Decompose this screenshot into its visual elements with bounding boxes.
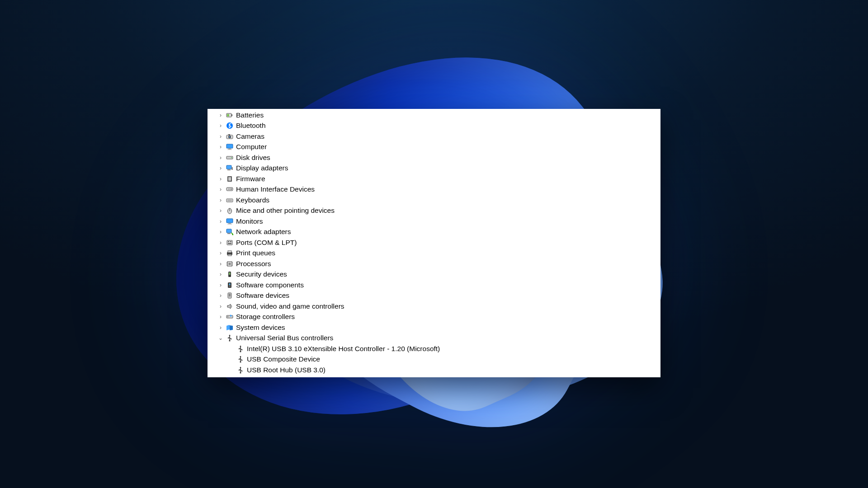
disk-icon (226, 154, 233, 161)
device-item-usb-host-controller[interactable]: Intel(R) USB 3.10 eXtensible Host Contro… (208, 343, 660, 354)
category-ports[interactable]: ›Ports (COM & LPT) (208, 237, 660, 248)
processor-icon-wrapper (225, 260, 234, 268)
firmware-icon-wrapper (225, 175, 234, 183)
usb-icon (237, 366, 244, 374)
tree-item-label: Ports (COM & LPT) (236, 239, 297, 247)
tree-item-label: Bluetooth (236, 122, 266, 130)
chevron-right-icon[interactable]: › (217, 113, 224, 118)
chevron-right-icon[interactable]: › (217, 144, 224, 150)
bluetooth-icon-wrapper (225, 122, 234, 130)
network-icon (226, 228, 233, 235)
usb-icon (237, 356, 244, 363)
tree-item-label: Batteries (236, 111, 264, 119)
tree-item-label: Universal Serial Bus controllers (236, 334, 333, 342)
category-computer[interactable]: ›Computer (208, 142, 660, 153)
device-tree: ›Batteries›Bluetooth›Cameras›Computer›Di… (208, 110, 660, 375)
device-item-usb-composite[interactable]: USB Composite Device (208, 354, 660, 365)
storage-icon-wrapper (225, 313, 234, 321)
chevron-right-icon[interactable]: › (217, 197, 224, 203)
tree-item-label: Intel(R) USB 3.10 eXtensible Host Contro… (247, 345, 440, 353)
chevron-down-icon[interactable]: ⌄ (217, 335, 224, 341)
chevron-right-icon[interactable]: › (217, 325, 224, 330)
tree-item-label: Cameras (236, 132, 264, 141)
category-sound[interactable]: ›Sound, video and game controllers (208, 301, 660, 312)
usb-icon (226, 334, 233, 342)
category-keyboards[interactable]: ›Keyboards (208, 195, 660, 206)
security-icon (226, 271, 233, 278)
camera-icon-wrapper (225, 132, 234, 141)
usb-icon-wrapper (225, 334, 234, 342)
usb-icon-wrapper (236, 366, 245, 374)
chevron-right-icon[interactable]: › (217, 208, 224, 213)
chevron-right-icon[interactable]: › (217, 155, 224, 160)
chevron-right-icon[interactable]: › (217, 240, 224, 245)
chevron-right-icon[interactable]: › (217, 165, 224, 171)
chevron-right-icon[interactable]: › (217, 219, 224, 224)
chevron-right-icon[interactable]: › (217, 134, 224, 139)
sound-icon-wrapper (225, 302, 234, 310)
tree-item-label: Software components (236, 281, 304, 289)
mouse-icon (226, 207, 233, 214)
firmware-icon (226, 175, 233, 183)
category-hid[interactable]: ›Human Interface Devices (208, 184, 660, 195)
tree-item-label: Keyboards (236, 196, 269, 204)
category-software-components[interactable]: ›Software components (208, 280, 660, 291)
chevron-right-icon[interactable]: › (217, 229, 224, 235)
bluetooth-icon (226, 122, 233, 129)
camera-icon (226, 133, 233, 140)
device-item-usb-root-hub[interactable]: USB Root Hub (USB 3.0) (208, 365, 660, 375)
chevron-right-icon[interactable]: › (217, 261, 224, 267)
disk-icon-wrapper (225, 154, 234, 162)
device-manager-window: ›Batteries›Bluetooth›Cameras›Computer›Di… (208, 109, 660, 377)
tree-item-label: Sound, video and game controllers (236, 302, 344, 310)
usb-icon-wrapper (236, 355, 245, 363)
chevron-right-icon[interactable]: › (217, 187, 224, 192)
tree-item-label: Monitors (236, 217, 263, 225)
category-software-devices[interactable]: ›Software devices (208, 291, 660, 301)
device-tree-scroll[interactable]: ›Batteries›Bluetooth›Cameras›Computer›Di… (208, 109, 660, 377)
tree-item-label: Software devices (236, 291, 289, 300)
chevron-right-icon[interactable]: › (217, 176, 224, 182)
monitor-icon (226, 143, 233, 150)
tree-item-label: Disk drives (236, 154, 270, 162)
tree-item-label: Print queues (236, 249, 275, 257)
category-bluetooth[interactable]: ›Bluetooth (208, 121, 660, 131)
hid-icon-wrapper (225, 185, 234, 193)
port-icon-wrapper (225, 239, 234, 247)
tree-item-label: Computer (236, 143, 267, 151)
tree-item-label: Processors (236, 260, 271, 268)
chevron-right-icon[interactable]: › (217, 272, 224, 277)
category-print-queues[interactable]: ›Print queues (208, 248, 660, 259)
category-security-devices[interactable]: ›Security devices (208, 269, 660, 280)
category-mice[interactable]: ›Mice and other pointing devices (208, 206, 660, 216)
chevron-right-icon[interactable]: › (217, 282, 224, 288)
security-icon-wrapper (225, 270, 234, 278)
tree-item-label: Storage controllers (236, 313, 295, 321)
tree-item-label: USB Root Hub (USB 3.0) (247, 366, 326, 374)
chevron-right-icon[interactable]: › (217, 293, 224, 298)
chevron-right-icon[interactable]: › (217, 304, 224, 309)
chevron-right-icon[interactable]: › (217, 123, 224, 128)
sw-devices-icon (226, 292, 233, 299)
usb-icon (237, 345, 244, 352)
tree-item-label: Network adapters (236, 228, 291, 236)
category-batteries[interactable]: ›Batteries (208, 110, 660, 121)
display-adapter-icon-wrapper (225, 164, 234, 172)
tree-item-label: Mice and other pointing devices (236, 206, 335, 215)
category-system-devices[interactable]: ›System devices (208, 322, 660, 333)
category-usb-controllers-children: Intel(R) USB 3.10 eXtensible Host Contro… (208, 343, 660, 375)
category-cameras[interactable]: ›Cameras (208, 131, 660, 142)
category-usb-controllers[interactable]: ⌄Universal Serial Bus controllers (208, 333, 660, 344)
category-disk-drives[interactable]: ›Disk drives (208, 152, 660, 163)
category-display-adapters[interactable]: ›Display adapters (208, 163, 660, 174)
category-storage-controllers[interactable]: ›Storage controllers (208, 312, 660, 323)
category-monitors[interactable]: ›Monitors (208, 216, 660, 227)
category-firmware[interactable]: ›Firmware (208, 174, 660, 184)
chevron-right-icon[interactable]: › (217, 250, 224, 256)
keyboard-icon-wrapper (225, 196, 234, 204)
hid-icon (226, 186, 233, 193)
category-processors[interactable]: ›Processors (208, 258, 660, 269)
printer-icon (226, 249, 233, 257)
category-network-adapters[interactable]: ›Network adapters (208, 227, 660, 238)
chevron-right-icon[interactable]: › (217, 314, 224, 319)
